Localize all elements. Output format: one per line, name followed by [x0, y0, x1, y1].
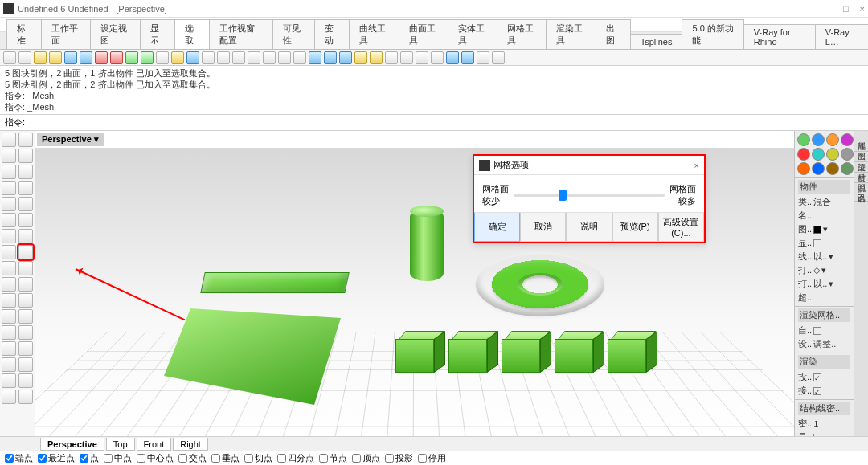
property-row[interactable]: 显.. [798, 236, 850, 250]
tool-icon[interactable] [309, 51, 321, 64]
command-line[interactable]: 指令: [0, 115, 868, 131]
ribbon-tab[interactable]: V-Ray for Rhino [743, 24, 816, 49]
dialog-button[interactable]: 确定 [474, 213, 520, 242]
toolbox-icon[interactable] [2, 133, 16, 147]
ribbon-tab[interactable]: 工作平面 [41, 19, 91, 49]
tool-icon[interactable] [400, 51, 413, 64]
ribbon-tab[interactable]: 变动 [314, 19, 350, 49]
osnap-checkbox[interactable] [277, 454, 286, 463]
dialog-close-button[interactable]: × [694, 161, 699, 170]
osnap-checkbox[interactable] [137, 454, 145, 463]
tool-icon[interactable] [232, 51, 245, 64]
toolbox-icon[interactable] [2, 309, 16, 324]
shape-torus[interactable] [476, 252, 604, 316]
ribbon-tab[interactable]: 设定视图 [90, 19, 140, 49]
viewport-tab[interactable]: Right [173, 438, 208, 451]
toolbox-icon[interactable] [18, 277, 33, 292]
tool-icon[interactable] [446, 51, 459, 64]
checkbox[interactable] [813, 239, 821, 247]
viewport-tab[interactable]: Perspective [40, 438, 104, 451]
material-swatch[interactable] [826, 148, 839, 161]
dialog-button[interactable]: 说明 [566, 213, 612, 242]
ribbon-tab[interactable]: 渲染工具 [546, 19, 596, 49]
property-row[interactable]: 打..以..▾ [798, 277, 850, 291]
viewport-tab[interactable]: Top [106, 438, 135, 451]
mesh-density-slider[interactable] [514, 194, 665, 197]
toolbox-icon[interactable] [18, 133, 33, 147]
panel-tab[interactable]: 已命名… [854, 183, 868, 202]
toolbox-icon[interactable] [2, 165, 16, 179]
dialog-button[interactable]: 预览(P) [612, 213, 658, 242]
toolbox-icon[interactable] [18, 261, 33, 275]
viewport-title[interactable]: Perspective ▾ [37, 133, 104, 146]
checkbox[interactable] [813, 327, 821, 335]
ribbon-tab[interactable]: 实体工具 [448, 19, 497, 49]
panel-tab[interactable]: 材质 [854, 162, 868, 173]
material-swatch[interactable] [812, 162, 825, 175]
material-swatch[interactable] [812, 133, 825, 146]
toolbox-icon[interactable] [18, 341, 33, 356]
ribbon-tab[interactable]: 出图 [596, 19, 631, 49]
toolbox-icon[interactable] [2, 213, 16, 227]
property-row[interactable]: 超.. [798, 291, 850, 304]
property-row[interactable]: 接.. [798, 384, 850, 398]
tool-icon[interactable] [217, 51, 230, 64]
dialog-button[interactable]: 高级设置(C)... [658, 213, 704, 242]
maximize-button[interactable]: □ [843, 4, 849, 14]
ribbon-tab[interactable]: 选取 [174, 19, 210, 49]
ribbon-tab[interactable]: V-Ray L… [815, 24, 868, 49]
property-row[interactable]: 投.. [798, 370, 850, 384]
property-row[interactable]: 自.. [798, 324, 850, 337]
tool-icon[interactable] [354, 51, 367, 64]
osnap-item[interactable]: 中点 [104, 452, 132, 464]
toolbox-icon[interactable] [2, 357, 16, 372]
tool-icon[interactable] [385, 51, 398, 64]
viewport[interactable]: 网格选项 × 网格面 较少 网格面 较多 [35, 148, 794, 436]
shape-cube[interactable] [448, 339, 487, 377]
tool-icon[interactable] [293, 51, 306, 64]
checkbox[interactable] [813, 387, 821, 395]
osnap-item[interactable]: 节点 [319, 452, 347, 464]
tool-icon[interactable] [324, 51, 337, 64]
tool-icon[interactable] [339, 51, 352, 64]
checkbox[interactable] [813, 373, 821, 381]
osnap-item[interactable]: 中心点 [137, 452, 174, 464]
toolbox-icon[interactable] [2, 373, 16, 388]
ribbon-tab[interactable]: 可见性 [272, 19, 315, 49]
osnap-item[interactable]: 端点 [5, 452, 33, 464]
osnap-checkbox[interactable] [104, 454, 113, 463]
tool-icon[interactable] [263, 51, 276, 64]
osnap-item[interactable]: 顶点 [352, 452, 380, 464]
osnap-checkbox[interactable] [80, 454, 88, 463]
osnap-checkbox[interactable] [5, 454, 14, 463]
osnap-item[interactable]: 最近点 [38, 452, 75, 464]
tool-icon[interactable] [3, 51, 16, 64]
osnap-item[interactable]: 投影 [385, 452, 413, 464]
ribbon-tab[interactable]: Tsplines [630, 34, 683, 49]
osnap-checkbox[interactable] [38, 454, 47, 463]
tool-icon[interactable] [95, 51, 108, 64]
tool-icon[interactable] [278, 51, 291, 64]
material-swatch[interactable] [826, 133, 839, 146]
shape-cube[interactable] [608, 339, 646, 377]
panel-tab[interactable]: 说明 [854, 173, 868, 183]
toolbox-icon[interactable] [2, 245, 16, 259]
tool-icon[interactable] [202, 51, 215, 64]
ribbon-tab[interactable]: 显示 [140, 19, 175, 49]
close-button[interactable]: × [860, 4, 865, 14]
dropdown-icon[interactable]: ▾ [829, 251, 833, 262]
toolbox-icon[interactable] [18, 325, 33, 340]
toolbox-icon[interactable] [18, 245, 33, 259]
toolbox-icon[interactable] [2, 149, 16, 163]
material-swatch[interactable] [841, 133, 854, 146]
osnap-checkbox[interactable] [352, 454, 361, 463]
toolbox-icon[interactable] [18, 165, 33, 179]
color-swatch[interactable] [813, 226, 821, 234]
osnap-checkbox[interactable] [244, 454, 253, 463]
shape-cube[interactable] [555, 339, 593, 377]
left-toolbox[interactable] [0, 131, 35, 436]
tool-icon[interactable] [416, 51, 428, 64]
right-vertical-tabs[interactable]: 属性图层渲染材质说明已命名… [854, 131, 868, 436]
dropdown-icon[interactable]: ▾ [823, 224, 828, 235]
property-row[interactable]: 密..1 [798, 417, 850, 430]
